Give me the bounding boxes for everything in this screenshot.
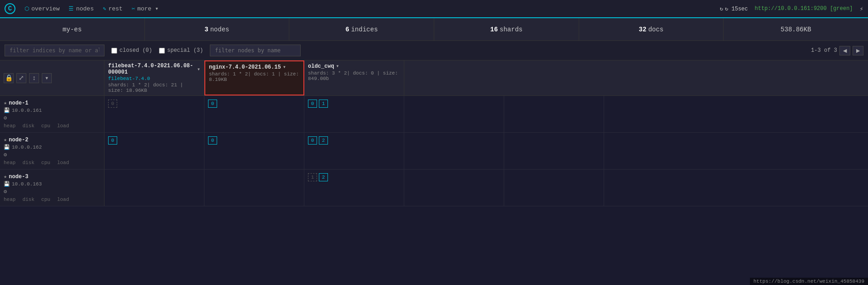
nav-more[interactable]: ✂ more ▾ <box>132 5 159 12</box>
node-settings-icon-2: ⚙ <box>4 188 100 195</box>
stats-bar: my-es 3 nodes 6 indices 16 shards 32 doc… <box>0 18 868 41</box>
indices-count: 6 <box>346 26 349 33</box>
metric-heap-0: heap <box>4 123 15 129</box>
node-ip-text-2: 10.0.0.163 <box>12 181 42 187</box>
disk-icon-1: 💾 <box>4 144 10 150</box>
shard-badge-2-2-0[interactable]: 1 <box>308 173 317 181</box>
node-metrics-2: heapdiskcpuload <box>4 197 100 202</box>
index-stats-0: shards: 1 * 2| docs: 21 | size: 18.96KB <box>108 82 200 93</box>
disk-icon-0: 💾 <box>4 107 10 113</box>
index-stats-2: shards: 3 * 2| docs: 0 | size: 849.00b <box>308 70 400 81</box>
metric-load-0: load <box>57 123 69 129</box>
nav-rest[interactable]: ✎ rest <box>103 5 122 12</box>
node-name-2: ★ node-3 <box>4 173 100 180</box>
expand-icon[interactable]: ⤢ <box>16 73 26 83</box>
docs-count: 32 <box>639 26 646 33</box>
closed-checkbox[interactable] <box>111 48 117 54</box>
shard-badge-0-0-0[interactable]: 0 <box>108 100 117 108</box>
node-cell-1-1: 0 <box>204 133 304 169</box>
index-header-2: oldc_cwq ▾ shards: 3 * 2| docs: 0 | size… <box>304 60 404 95</box>
prev-page-button[interactable]: ◀ <box>839 46 850 55</box>
node-ip-0: 💾 10.0.0.161 <box>4 107 100 113</box>
node-cell-0-3 <box>404 96 504 132</box>
node-name-text-1: node-2 <box>9 137 28 143</box>
star-icon-2: ★ <box>4 173 7 180</box>
node-column-header: 🔒 ⤢ ↕ ▾ <box>0 60 104 95</box>
node-ip-1: 💾 10.0.0.162 <box>4 144 100 150</box>
disk-icon-2: 💾 <box>4 181 10 187</box>
shard-badge-0-2-1[interactable]: 1 <box>319 100 328 108</box>
metric-cpu-0: cpu <box>41 123 50 129</box>
sort-icon[interactable]: ↕ <box>29 73 39 83</box>
node-ip-2: 💾 10.0.0.163 <box>4 181 100 187</box>
nav-more-label: more ▾ <box>137 5 159 12</box>
metric-disk-2: disk <box>22 197 34 202</box>
node-settings-icon-1: ⚙ <box>4 151 100 158</box>
shard-badge-1-2-0[interactable]: 0 <box>308 136 317 145</box>
index-stats-1: shards: 1 * 2| docs: 1 | size: 8.19KB <box>209 71 300 82</box>
node-name-1: ★ node-2 <box>4 136 100 143</box>
app-logo: C <box>5 3 15 14</box>
special-checkbox-label[interactable]: special (3) <box>159 47 203 54</box>
node-ip-text-1: 10.0.0.162 <box>12 145 42 150</box>
cluster-url-text: http://10.0.0.161:9200 [green] <box>755 5 853 12</box>
next-page-button[interactable]: ▶ <box>853 46 863 55</box>
docs-label: docs <box>648 26 664 33</box>
filter-toggle-icon[interactable]: ▾ <box>42 73 52 83</box>
docs-stat: 32 docs <box>579 18 724 40</box>
nav-nodes[interactable]: ☰ nodes <box>69 5 94 12</box>
nodes-stat: 3 nodes <box>145 18 290 40</box>
node-cell-1-0: 0 <box>104 133 204 169</box>
metric-heap-1: heap <box>4 160 15 165</box>
statusbar-text: https://blog.csdn.net/weixin_45858439 <box>754 279 864 284</box>
index-name-1: nginx-7.4.0-2021.06.15 ▾ <box>209 64 300 70</box>
node-cell-0-0: 0 <box>104 96 204 132</box>
index-arrow-1: ▾ <box>283 64 286 70</box>
grid-body: ★ node-1 💾 10.0.0.161 ⚙ heapdiskcpuload … <box>0 96 868 285</box>
shard-badge-1-1-0[interactable]: 0 <box>208 136 217 145</box>
indices-stat: 6 indices <box>289 18 434 40</box>
shard-badge-2-2-1[interactable]: 2 <box>319 173 328 181</box>
nodes-count: 3 <box>204 26 208 33</box>
star-icon-1: ★ <box>4 136 7 143</box>
nav-nodes-label: nodes <box>76 5 94 12</box>
shard-badge-0-1-0[interactable]: 0 <box>208 100 217 108</box>
index-name-0: filebeat-7.4.0-2021.06.08-000001 ▾ <box>108 63 200 75</box>
refresh-control[interactable]: ↻ ↻ 15sec <box>720 5 748 12</box>
node-row-1: ★ node-2 💾 10.0.0.162 ⚙ heapdiskcpuload … <box>0 133 868 170</box>
shard-badge-1-0-0[interactable]: 0 <box>108 136 117 145</box>
node-cell-2-2: 12 <box>304 170 404 206</box>
overview-icon: ⬡ <box>25 5 29 12</box>
size-stat: 538.86KB <box>724 18 868 40</box>
node-row-2: ★ node-3 💾 10.0.0.163 ⚙ heapdiskcpuload … <box>0 170 868 206</box>
shard-badge-0-2-0[interactable]: 0 <box>308 100 317 108</box>
top-navigation: C ⬡ overview ☰ nodes ✎ rest ✂ more ▾ ↻ ↻… <box>0 0 868 18</box>
settings-button[interactable]: ⚡ <box>860 5 863 13</box>
node-cell-1-2: 02 <box>304 133 404 169</box>
lock-icon[interactable]: 🔒 <box>4 73 14 83</box>
topnav-right: ↻ ↻ 15sec http://10.0.0.161:9200 [green]… <box>720 5 863 13</box>
closed-label: closed (0) <box>119 47 152 54</box>
node-settings-icon-0: ⚙ <box>4 115 100 121</box>
special-checkbox[interactable] <box>159 48 165 54</box>
filter-bar: closed (0) special (3) 1-3 of 3 ◀ ▶ <box>0 41 868 60</box>
node-name-text-0: node-1 <box>9 100 28 106</box>
nav-overview[interactable]: ⬡ overview <box>25 5 60 12</box>
cluster-url[interactable]: http://10.0.0.161:9200 [green] <box>755 5 853 12</box>
shard-badge-1-2-1[interactable]: 2 <box>319 136 328 145</box>
node-cell-2-1 <box>204 170 304 206</box>
node-ip-text-0: 10.0.0.161 <box>12 108 42 113</box>
nodes-icon: ☰ <box>69 5 74 12</box>
metric-load-2: load <box>57 197 69 202</box>
nav-rest-label: rest <box>109 5 123 12</box>
closed-checkbox-label[interactable]: closed (0) <box>111 47 152 54</box>
nodes-filter-input[interactable] <box>210 45 301 56</box>
node-cell-2-3 <box>404 170 504 206</box>
index-name-2: oldc_cwq ▾ <box>308 63 400 70</box>
node-cell-1-4 <box>504 133 604 169</box>
size-value: 538.86KB <box>781 26 811 33</box>
node-cell-1-3 <box>404 133 504 169</box>
shards-stat: 16 shards <box>434 18 579 40</box>
nav-overview-label: overview <box>31 5 60 12</box>
indices-filter-input[interactable] <box>5 45 104 56</box>
